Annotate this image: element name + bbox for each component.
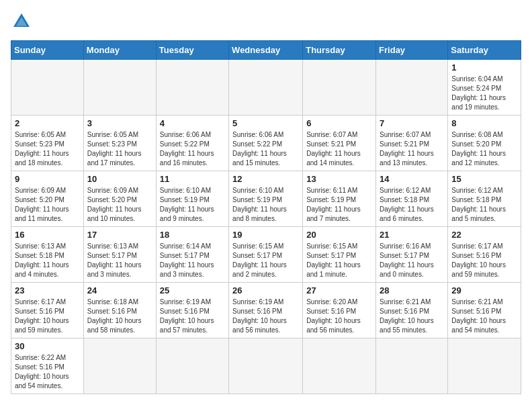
day-number: 4 xyxy=(160,118,225,128)
calendar-day-cell xyxy=(376,338,448,394)
day-info: Sunrise: 6:05 AM Sunset: 5:23 PM Dayligh… xyxy=(15,130,80,168)
calendar-week-row: 30Sunrise: 6:22 AM Sunset: 5:16 PM Dayli… xyxy=(11,338,521,394)
calendar-day-cell: 20Sunrise: 6:15 AM Sunset: 5:17 PM Dayli… xyxy=(303,227,376,283)
calendar-week-row: 16Sunrise: 6:13 AM Sunset: 5:18 PM Dayli… xyxy=(11,227,521,283)
day-header-saturday: Saturday xyxy=(448,41,521,60)
calendar-day-cell xyxy=(156,60,228,116)
day-info: Sunrise: 6:21 AM Sunset: 5:16 PM Dayligh… xyxy=(380,298,444,335)
day-info: Sunrise: 6:12 AM Sunset: 5:18 PM Dayligh… xyxy=(451,186,517,224)
day-header-thursday: Thursday xyxy=(303,41,376,60)
day-number: 17 xyxy=(87,230,152,240)
day-info: Sunrise: 6:06 AM Sunset: 5:22 PM Dayligh… xyxy=(160,130,225,168)
day-info: Sunrise: 6:18 AM Sunset: 5:16 PM Dayligh… xyxy=(87,298,152,335)
calendar-day-cell: 11Sunrise: 6:10 AM Sunset: 5:19 PM Dayli… xyxy=(156,171,228,227)
day-info: Sunrise: 6:07 AM Sunset: 5:21 PM Dayligh… xyxy=(306,130,372,168)
day-number: 23 xyxy=(15,285,80,295)
calendar-header-row: SundayMondayTuesdayWednesdayThursdayFrid… xyxy=(11,41,521,60)
day-info: Sunrise: 6:05 AM Sunset: 5:23 PM Dayligh… xyxy=(87,130,152,168)
calendar-day-cell: 1Sunrise: 6:04 AM Sunset: 5:24 PM Daylig… xyxy=(448,60,521,116)
day-number: 1 xyxy=(451,62,517,73)
calendar-day-cell: 8Sunrise: 6:08 AM Sunset: 5:20 PM Daylig… xyxy=(448,116,521,171)
day-info: Sunrise: 6:10 AM Sunset: 5:19 PM Dayligh… xyxy=(232,186,299,224)
calendar-day-cell: 12Sunrise: 6:10 AM Sunset: 5:19 PM Dayli… xyxy=(229,171,303,227)
calendar-week-row: 1Sunrise: 6:04 AM Sunset: 5:24 PM Daylig… xyxy=(11,60,521,116)
day-number: 26 xyxy=(232,285,299,295)
day-number: 2 xyxy=(15,118,80,128)
day-header-tuesday: Tuesday xyxy=(156,41,228,60)
day-number: 12 xyxy=(232,174,299,184)
day-number: 16 xyxy=(15,230,80,240)
day-info: Sunrise: 6:14 AM Sunset: 5:17 PM Dayligh… xyxy=(160,242,225,279)
day-info: Sunrise: 6:15 AM Sunset: 5:17 PM Dayligh… xyxy=(232,242,299,279)
day-info: Sunrise: 6:08 AM Sunset: 5:20 PM Dayligh… xyxy=(451,130,517,168)
calendar-table: SundayMondayTuesdayWednesdayThursdayFrid… xyxy=(11,40,521,394)
day-number: 11 xyxy=(160,174,225,184)
day-info: Sunrise: 6:09 AM Sunset: 5:20 PM Dayligh… xyxy=(15,186,80,224)
day-header-friday: Friday xyxy=(376,41,448,60)
calendar-day-cell xyxy=(11,60,84,116)
calendar-day-cell: 24Sunrise: 6:18 AM Sunset: 5:16 PM Dayli… xyxy=(83,283,156,338)
calendar-day-cell xyxy=(156,338,228,394)
calendar-day-cell: 23Sunrise: 6:17 AM Sunset: 5:16 PM Dayli… xyxy=(11,283,84,338)
day-number: 6 xyxy=(306,118,372,128)
day-info: Sunrise: 6:10 AM Sunset: 5:19 PM Dayligh… xyxy=(160,186,225,224)
day-info: Sunrise: 6:15 AM Sunset: 5:17 PM Dayligh… xyxy=(306,242,372,279)
calendar-day-cell xyxy=(83,338,156,394)
calendar-day-cell: 21Sunrise: 6:16 AM Sunset: 5:17 PM Dayli… xyxy=(376,227,448,283)
day-number: 7 xyxy=(380,118,444,128)
day-number: 25 xyxy=(160,285,225,295)
calendar-day-cell: 29Sunrise: 6:21 AM Sunset: 5:16 PM Dayli… xyxy=(448,283,521,338)
day-number: 13 xyxy=(306,174,372,184)
calendar-day-cell: 28Sunrise: 6:21 AM Sunset: 5:16 PM Dayli… xyxy=(376,283,448,338)
calendar-day-cell: 16Sunrise: 6:13 AM Sunset: 5:18 PM Dayli… xyxy=(11,227,84,283)
logo xyxy=(11,11,35,32)
day-info: Sunrise: 6:12 AM Sunset: 5:18 PM Dayligh… xyxy=(380,186,444,224)
page-header xyxy=(11,11,521,32)
calendar-day-cell: 18Sunrise: 6:14 AM Sunset: 5:17 PM Dayli… xyxy=(156,227,228,283)
day-header-monday: Monday xyxy=(83,41,156,60)
calendar-day-cell: 13Sunrise: 6:11 AM Sunset: 5:19 PM Dayli… xyxy=(303,171,376,227)
day-number: 14 xyxy=(380,174,444,184)
day-number: 5 xyxy=(232,118,299,128)
calendar-day-cell: 2Sunrise: 6:05 AM Sunset: 5:23 PM Daylig… xyxy=(11,116,84,171)
calendar-day-cell: 10Sunrise: 6:09 AM Sunset: 5:20 PM Dayli… xyxy=(83,171,156,227)
day-number: 9 xyxy=(15,174,80,184)
calendar-day-cell: 5Sunrise: 6:06 AM Sunset: 5:22 PM Daylig… xyxy=(229,116,303,171)
calendar-day-cell xyxy=(448,338,521,394)
calendar-day-cell: 27Sunrise: 6:20 AM Sunset: 5:16 PM Dayli… xyxy=(303,283,376,338)
calendar-day-cell: 4Sunrise: 6:06 AM Sunset: 5:22 PM Daylig… xyxy=(156,116,228,171)
calendar-day-cell: 17Sunrise: 6:13 AM Sunset: 5:17 PM Dayli… xyxy=(83,227,156,283)
calendar-day-cell: 15Sunrise: 6:12 AM Sunset: 5:18 PM Dayli… xyxy=(448,171,521,227)
day-info: Sunrise: 6:17 AM Sunset: 5:16 PM Dayligh… xyxy=(15,298,80,335)
day-info: Sunrise: 6:19 AM Sunset: 5:16 PM Dayligh… xyxy=(232,298,299,335)
day-info: Sunrise: 6:21 AM Sunset: 5:16 PM Dayligh… xyxy=(451,298,517,335)
calendar-day-cell: 25Sunrise: 6:19 AM Sunset: 5:16 PM Dayli… xyxy=(156,283,228,338)
day-info: Sunrise: 6:06 AM Sunset: 5:22 PM Dayligh… xyxy=(232,130,299,168)
calendar-day-cell xyxy=(229,338,303,394)
day-info: Sunrise: 6:13 AM Sunset: 5:17 PM Dayligh… xyxy=(87,242,152,279)
day-number: 10 xyxy=(87,174,152,184)
calendar-day-cell: 22Sunrise: 6:17 AM Sunset: 5:16 PM Dayli… xyxy=(448,227,521,283)
calendar-day-cell xyxy=(229,60,303,116)
day-header-wednesday: Wednesday xyxy=(229,41,303,60)
day-number: 21 xyxy=(380,230,444,240)
calendar-day-cell: 6Sunrise: 6:07 AM Sunset: 5:21 PM Daylig… xyxy=(303,116,376,171)
day-number: 18 xyxy=(160,230,225,240)
calendar-day-cell: 30Sunrise: 6:22 AM Sunset: 5:16 PM Dayli… xyxy=(11,338,84,394)
calendar-day-cell xyxy=(303,60,376,116)
day-info: Sunrise: 6:19 AM Sunset: 5:16 PM Dayligh… xyxy=(160,298,225,335)
day-info: Sunrise: 6:22 AM Sunset: 5:16 PM Dayligh… xyxy=(15,353,80,391)
day-number: 8 xyxy=(451,118,517,128)
day-info: Sunrise: 6:17 AM Sunset: 5:16 PM Dayligh… xyxy=(451,242,517,279)
calendar-day-cell: 3Sunrise: 6:05 AM Sunset: 5:23 PM Daylig… xyxy=(83,116,156,171)
day-number: 28 xyxy=(380,285,444,295)
calendar-day-cell xyxy=(83,60,156,116)
calendar-day-cell: 7Sunrise: 6:07 AM Sunset: 5:21 PM Daylig… xyxy=(376,116,448,171)
day-number: 29 xyxy=(451,285,517,295)
calendar-day-cell: 19Sunrise: 6:15 AM Sunset: 5:17 PM Dayli… xyxy=(229,227,303,283)
day-number: 22 xyxy=(451,230,517,240)
calendar-day-cell xyxy=(303,338,376,394)
day-info: Sunrise: 6:11 AM Sunset: 5:19 PM Dayligh… xyxy=(306,186,372,224)
calendar-week-row: 9Sunrise: 6:09 AM Sunset: 5:20 PM Daylig… xyxy=(11,171,521,227)
day-number: 30 xyxy=(15,341,80,351)
